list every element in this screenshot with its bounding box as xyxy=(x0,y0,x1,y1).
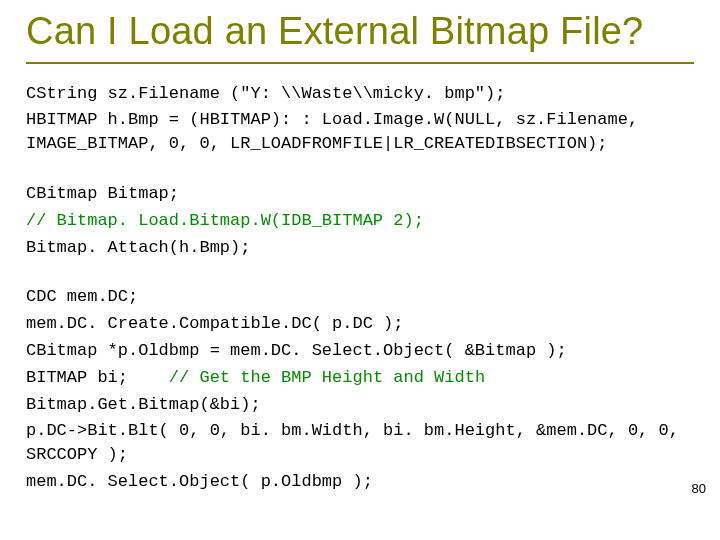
code-line: BITMAP bi; // Get the BMP Height and Wid… xyxy=(26,366,694,390)
code-line: Bitmap.Get.Bitmap(&bi); xyxy=(26,393,694,417)
code-block-3: CDC mem.DC; mem.DC. Create.Compatible.DC… xyxy=(26,285,694,493)
code-line: CString sz.Filename ("Y: \\Waste\\micky.… xyxy=(26,82,694,106)
slide-number: 80 xyxy=(692,481,706,496)
slide-title: Can I Load an External Bitmap File? xyxy=(26,10,694,64)
code-text: BITMAP bi; xyxy=(26,368,128,387)
code-block-2: CBitmap Bitmap; // Bitmap. Load.Bitmap.W… xyxy=(26,182,694,259)
code-line: CBitmap Bitmap; xyxy=(26,182,694,206)
slide: Can I Load an External Bitmap File? CStr… xyxy=(0,0,720,540)
code-line: Bitmap. Attach(h.Bmp); xyxy=(26,236,694,260)
code-line: mem.DC. Create.Compatible.DC( p.DC ); xyxy=(26,312,694,336)
code-line: CDC mem.DC; xyxy=(26,285,694,309)
code-line: p.DC->Bit.Blt( 0, 0, bi. bm.Width, bi. b… xyxy=(26,419,694,467)
code-line: mem.DC. Select.Object( p.Oldbmp ); xyxy=(26,470,694,494)
inline-comment: // Get the BMP Height and Width xyxy=(169,368,485,387)
code-line: CBitmap *p.Oldbmp = mem.DC. Select.Objec… xyxy=(26,339,694,363)
code-block-1: CString sz.Filename ("Y: \\Waste\\micky.… xyxy=(26,82,694,156)
code-line: HBITMAP h.Bmp = (HBITMAP): : Load.Image.… xyxy=(26,108,694,156)
code-line-comment: // Bitmap. Load.Bitmap.W(IDB_BITMAP 2); xyxy=(26,209,694,233)
